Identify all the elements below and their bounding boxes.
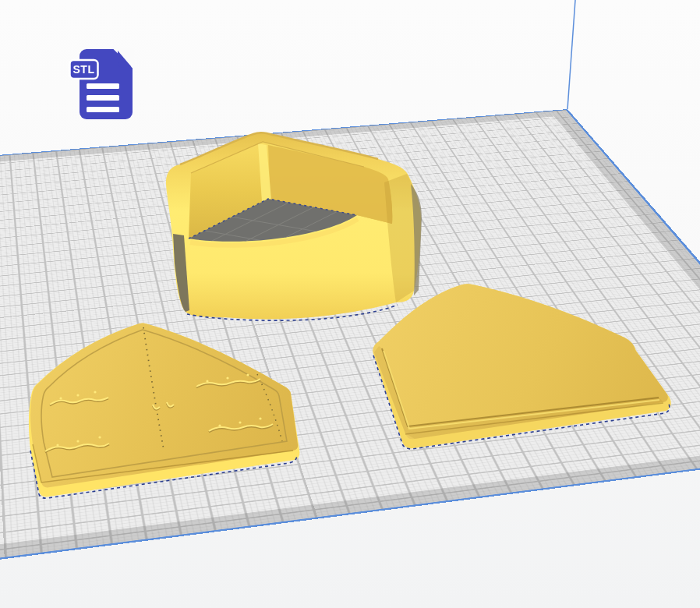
- stl-badge-label: STL: [73, 63, 95, 76]
- stl-doc-line-2: [87, 95, 119, 101]
- stl-doc-line-3: [87, 107, 119, 112]
- slicer-app: { "file_badge": { "label": "STL", "icon_…: [0, 0, 700, 608]
- stl-doc-line-1: [87, 83, 119, 89]
- viewport-3d[interactable]: STL: [0, 0, 700, 608]
- build-volume-corner-line: [567, 0, 575, 109]
- stl-file-icon[interactable]: STL: [69, 44, 143, 122]
